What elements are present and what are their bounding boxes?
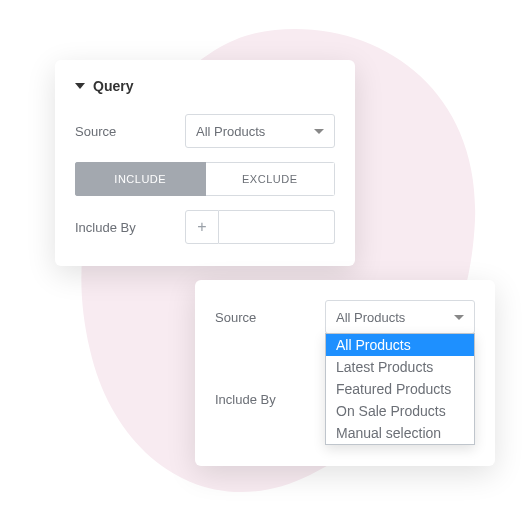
dropdown-option[interactable]: Latest Products [326, 356, 474, 378]
include-by-label: Include By [75, 220, 185, 235]
panel-title: Query [93, 78, 133, 94]
source-select-2[interactable]: All Products [325, 300, 475, 334]
source-select[interactable]: All Products [185, 114, 335, 148]
collapse-caret-icon [75, 83, 85, 89]
query-panel: Query Source All Products INCLUDE EXCLUD… [55, 60, 355, 266]
chevron-down-icon [314, 129, 324, 134]
chevron-down-icon [454, 315, 464, 320]
include-by-input[interactable] [219, 210, 335, 244]
include-exclude-row: INCLUDE EXCLUDE [75, 162, 335, 196]
dropdown-option[interactable]: All Products [326, 334, 474, 356]
plus-icon: + [197, 218, 206, 236]
include-by-field: + [185, 210, 335, 244]
source-row-2: Source All Products All Products Latest … [215, 300, 475, 334]
source-label: Source [75, 124, 185, 139]
source-select-value: All Products [196, 124, 265, 139]
add-button[interactable]: + [185, 210, 219, 244]
source-row: Source All Products [75, 114, 335, 148]
source-dropdown: All Products Latest Products Featured Pr… [325, 333, 475, 445]
include-exclude-toggle: INCLUDE EXCLUDE [75, 162, 335, 196]
include-by-label-2: Include By [215, 392, 325, 407]
dropdown-option[interactable]: On Sale Products [326, 400, 474, 422]
panel-header[interactable]: Query [75, 78, 335, 94]
source-dropdown-panel: Source All Products All Products Latest … [195, 280, 495, 466]
dropdown-option[interactable]: Featured Products [326, 378, 474, 400]
source-select-value-2: All Products [336, 310, 405, 325]
exclude-button[interactable]: EXCLUDE [206, 162, 336, 196]
dropdown-option[interactable]: Manual selection [326, 422, 474, 444]
include-by-row: Include By + [75, 210, 335, 244]
include-button[interactable]: INCLUDE [75, 162, 206, 196]
source-label-2: Source [215, 310, 325, 325]
